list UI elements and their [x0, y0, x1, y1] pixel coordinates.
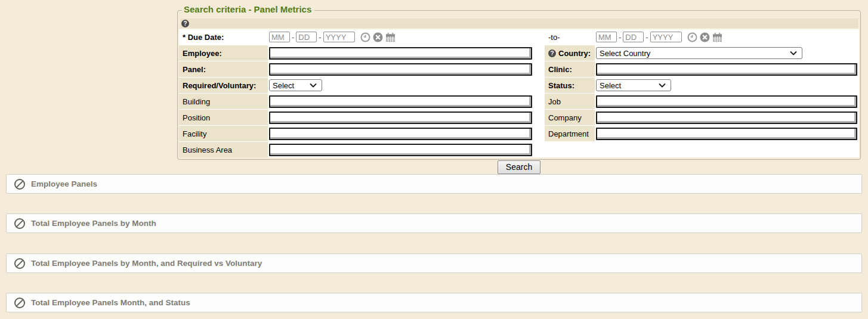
- field-cell: [268, 126, 533, 141]
- section-employee-panels[interactable]: Employee Panels: [6, 174, 862, 194]
- field-cell: [595, 126, 859, 141]
- panel-title: Search criteria - Panel Metrics: [182, 4, 314, 14]
- business-area-input[interactable]: [269, 144, 532, 156]
- label-department: Department: [545, 126, 595, 141]
- chevron-down-icon: [309, 82, 317, 89]
- date-separator: -: [319, 33, 321, 42]
- department-input[interactable]: [596, 128, 857, 140]
- button-row: Search: [177, 160, 861, 174]
- spacer-cell: [533, 78, 545, 93]
- label-to: -to-: [545, 29, 595, 45]
- label-employee: Employee:: [179, 45, 268, 61]
- status-select[interactable]: Select: [596, 79, 671, 91]
- search-criteria-panel: Search criteria - Panel Metrics ? * Due …: [177, 10, 861, 160]
- label-text: Panel:: [183, 65, 206, 74]
- field-cell: [268, 45, 533, 61]
- help-icon[interactable]: ?: [181, 20, 189, 27]
- due-date-to-month-input[interactable]: [596, 32, 617, 42]
- field-cell: [268, 142, 533, 157]
- label-text: Status:: [548, 81, 574, 90]
- field-cell: --: [595, 29, 859, 45]
- no-data-icon: [14, 178, 26, 190]
- chevron-down-icon: [658, 82, 666, 89]
- help-bar: ?: [180, 18, 858, 28]
- label-text: Required/Voluntary:: [183, 81, 256, 90]
- date-separator: -: [619, 33, 621, 42]
- field-cell: --: [268, 29, 533, 45]
- field-cell: Select Country: [595, 45, 859, 61]
- empty-label-cell: [545, 142, 595, 157]
- position-input[interactable]: [269, 112, 532, 124]
- label-business-area: Business Area: [179, 142, 268, 157]
- section-total-employee-panels-by-month[interactable]: Total Employee Panels by Month: [6, 213, 862, 233]
- label-facility: Facility: [179, 126, 268, 141]
- field-cell: Select: [268, 78, 533, 93]
- label-due-date: * Due Date:: [179, 29, 268, 45]
- label-text: Company: [548, 113, 582, 122]
- required-voluntary-select[interactable]: Select: [269, 79, 322, 91]
- field-cell: [595, 61, 859, 77]
- label-text: Building: [183, 97, 210, 106]
- due-date-from-month-input[interactable]: [269, 32, 290, 42]
- section-title: Total Employee Panels by Month: [31, 219, 156, 228]
- building-input[interactable]: [269, 95, 532, 108]
- job-input[interactable]: [596, 95, 857, 108]
- section-title: Total Employee Panels by Month, and Requ…: [31, 259, 262, 268]
- due-date-from-day-input[interactable]: [296, 32, 317, 42]
- label-status: Status:: [545, 78, 595, 93]
- clear-icon[interactable]: [373, 32, 383, 42]
- country-select[interactable]: Select Country: [596, 47, 802, 59]
- field-cell: [595, 94, 859, 109]
- due-date-from-year-input[interactable]: [323, 32, 355, 42]
- due-date-from-widget: --: [269, 32, 396, 42]
- label-text: Employee:: [183, 49, 222, 58]
- section-total-employee-panels-month-and-status[interactable]: Total Employee Panels Month, and Status: [6, 293, 862, 312]
- label-company: Company: [545, 110, 595, 125]
- section-total-employee-panels-by-month-and-required-vs-voluntary[interactable]: Total Employee Panels by Month, and Requ…: [6, 253, 862, 273]
- clock-icon[interactable]: [360, 32, 370, 42]
- label-text: Business Area: [183, 145, 232, 154]
- empty-field-cell: [595, 142, 859, 157]
- company-input[interactable]: [596, 112, 857, 124]
- due-date-from-icons: [360, 32, 396, 42]
- label-clinic: Clinic:: [545, 61, 595, 77]
- section-title: Employee Panels: [31, 179, 97, 188]
- label-position: Position: [179, 110, 268, 125]
- label-required-voluntary: Required/Voluntary:: [179, 78, 268, 93]
- panel-input[interactable]: [269, 63, 532, 76]
- due-date-to-icons: [687, 32, 722, 42]
- facility-input[interactable]: [269, 128, 532, 140]
- help-icon[interactable]: ?: [548, 49, 556, 57]
- clear-icon[interactable]: [700, 32, 710, 42]
- field-cell: [268, 61, 533, 77]
- due-date-to-day-input[interactable]: [623, 32, 644, 42]
- field-cell: [268, 94, 533, 109]
- clock-icon[interactable]: [687, 32, 697, 42]
- clinic-input[interactable]: [596, 63, 857, 76]
- field-cell: [595, 110, 859, 125]
- due-date-to-year-input[interactable]: [650, 32, 682, 42]
- selected-value: Select Country: [600, 49, 650, 58]
- no-data-icon: [14, 258, 26, 270]
- search-button[interactable]: Search: [498, 160, 540, 174]
- date-separator: -: [645, 33, 648, 42]
- label-text: Country:: [558, 49, 591, 58]
- selected-value: Select: [600, 81, 621, 90]
- spacer-cell: [533, 45, 545, 61]
- spacer-cell: [533, 110, 545, 125]
- calendar-icon[interactable]: [385, 32, 396, 42]
- label-text: Job: [548, 97, 561, 106]
- label-job: Job: [545, 94, 595, 109]
- spacer-cell: [533, 126, 545, 141]
- spacer-cell: [533, 142, 545, 157]
- employee-input[interactable]: [269, 47, 532, 60]
- field-cell: [268, 110, 533, 125]
- search-form: * Due Date:---to---Employee:?Country:Sel…: [179, 29, 859, 157]
- no-data-icon: [14, 297, 26, 309]
- spacer-cell: [533, 29, 545, 45]
- date-separator: -: [292, 33, 294, 42]
- calendar-icon[interactable]: [712, 32, 722, 42]
- section-title: Total Employee Panels Month, and Status: [31, 298, 190, 307]
- label-building: Building: [179, 94, 268, 109]
- label-text: Clinic:: [548, 65, 572, 74]
